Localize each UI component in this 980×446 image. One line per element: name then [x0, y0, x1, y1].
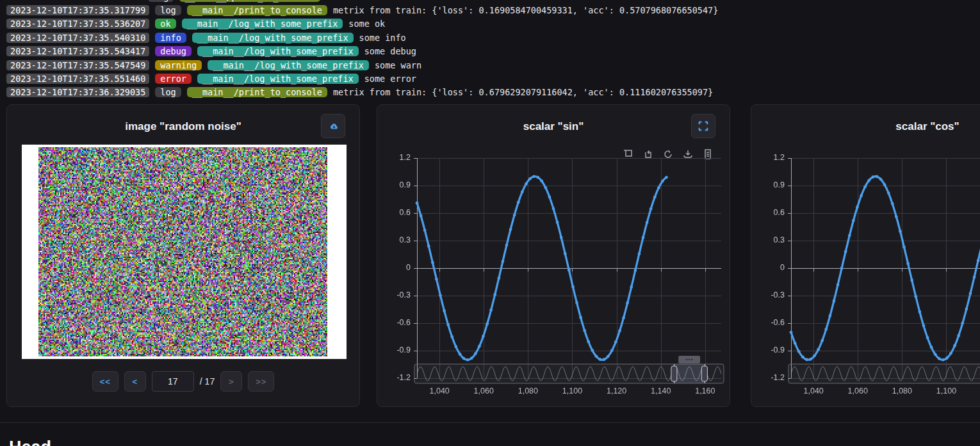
log-level-badge: ok [155, 19, 176, 29]
download-image-button[interactable] [321, 114, 345, 138]
log-timestamp: 2023-12-10T17:37:35.547549 [6, 60, 149, 70]
log-console: log__main__/print_to_console2023-12-10T1… [0, 0, 980, 103]
log-row: 2023-12-10T17:37:35.547549warning__main_… [0, 58, 980, 72]
log-row: 2023-12-10T17:37:35.551460error__main__/… [0, 72, 980, 85]
log-timestamp: 2023-12-10T17:37:35.536207 [6, 19, 149, 29]
log-message: some info [359, 33, 406, 43]
log-message: some warn [375, 60, 421, 70]
log-level-badge: warning [155, 60, 202, 70]
log-source-badge: __main__/print_to_console [179, 0, 320, 2]
first-page-button[interactable]: << [92, 371, 118, 392]
log-level-badge: log [148, 0, 174, 2]
log-message: some debug [364, 46, 416, 56]
log-message: some ok [348, 19, 385, 29]
section-divider [0, 422, 980, 423]
log-source-badge: __main__/log_with_some_prefix [197, 46, 359, 56]
page-number-input[interactable] [152, 371, 194, 392]
log-source-badge: __main__/log_with_some_prefix [208, 60, 369, 70]
log-message: some error [364, 74, 416, 84]
log-timestamp: 2023-12-10T17:37:36.329035 [6, 87, 149, 97]
log-timestamp: 2023-12-10T17:37:35.551460 [6, 74, 149, 84]
log-level-badge: debug [155, 46, 192, 56]
log-source-badge: __main__/log_with_some_prefix [197, 74, 359, 84]
log-level-badge: log [155, 5, 181, 15]
footer-heading: Head [9, 438, 51, 446]
image-frame [22, 145, 347, 359]
log-row: 2023-12-10T17:37:35.543417debug__main__/… [0, 45, 980, 58]
last-page-button[interactable]: >> [248, 371, 274, 392]
log-row: 2023-12-10T17:37:35.540310info__main__/l… [0, 31, 980, 44]
log-level-badge: info [155, 33, 186, 43]
image-pagination: << < / 17 > >> [7, 371, 359, 392]
log-row: 2023-12-10T17:37:35.536207ok__main__/log… [0, 17, 980, 31]
log-timestamp: 2023-12-10T17:37:35.317799 [6, 5, 149, 15]
cloud-download-icon [327, 120, 339, 132]
sin-chart-card: scalar "sin" [377, 104, 730, 407]
cos-chart-canvas[interactable] [751, 134, 980, 406]
image-card-title: image "random noise" [7, 120, 359, 133]
sin-chart-title: scalar "sin" [377, 120, 730, 133]
sin-chart-canvas[interactable] [377, 134, 731, 406]
page-total-label: / 17 [200, 376, 215, 386]
log-source-badge: __main__/print_to_console [187, 87, 327, 97]
prev-page-button[interactable]: < [124, 371, 146, 392]
next-page-button[interactable]: > [220, 371, 242, 392]
log-level-badge: log [155, 87, 181, 97]
image-card: image "random noise" << < / 17 > >> [6, 104, 360, 407]
log-source-badge: __main__/print_to_console [187, 5, 327, 15]
log-row: 2023-12-10T17:37:36.329035log__main__/pr… [0, 86, 980, 99]
log-message: metrix from train: {'loss': 0.6796292079… [333, 87, 713, 97]
random-noise-image [38, 147, 327, 356]
cos-chart-card: scalar "cos" [751, 104, 980, 407]
log-timestamp: 2023-12-10T17:37:35.543417 [6, 46, 149, 56]
log-source-badge: __main__/log_with_some_prefix [192, 33, 354, 43]
log-message: metrix from train: {'loss': 0.1690584700… [333, 5, 718, 15]
cos-chart-title: scalar "cos" [751, 120, 980, 133]
log-row: 2023-12-10T17:37:35.317799log__main__/pr… [0, 3, 980, 17]
log-timestamp: 2023-12-10T17:37:35.540310 [6, 33, 149, 43]
log-source-badge: __main__/log_with_some_prefix [182, 19, 343, 29]
log-level-badge: error [155, 74, 192, 84]
fullscreen-icon [698, 120, 709, 132]
